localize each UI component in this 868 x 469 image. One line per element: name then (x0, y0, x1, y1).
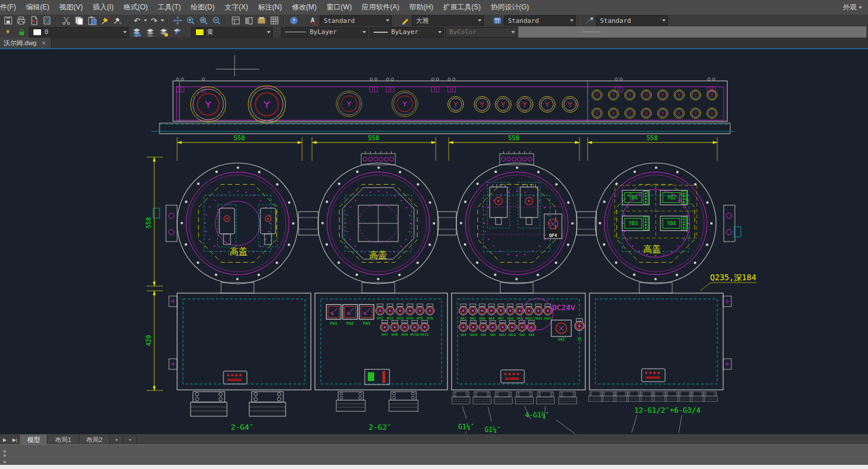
cover-label-2: 高盖 (369, 250, 387, 260)
empty-dock-area (518, 26, 866, 38)
menu-edit[interactable]: 编辑(E) (26, 2, 49, 12)
menu-file[interactable]: 件(F) (0, 2, 16, 12)
dim-text-depth: 420 (145, 335, 152, 346)
menu-draw[interactable]: 绘图(D) (191, 2, 215, 12)
box3-panel: HA3 HA5 HA6 HA4 HA7 HA1 HA2 HA21 HA22 HA… (459, 298, 584, 342)
redo-button[interactable]: ↷ (148, 15, 160, 26)
svg-text:PA3: PA3 (363, 321, 371, 326)
menu-help[interactable]: 帮助(H) (409, 2, 433, 12)
tab-overflow-1[interactable]: ▾ (110, 435, 124, 444)
mleader-style-combo[interactable]: Standard (596, 15, 668, 26)
lineweight-sample (374, 32, 388, 33)
drawing-canvas[interactable]: 558 558 558 558 558 420 高 (0, 49, 868, 434)
svg-text:HA22: HA22 (534, 317, 542, 320)
zoom-realtime-button[interactable] (184, 15, 196, 26)
table-button[interactable] (268, 15, 280, 26)
layer-color-swatch (33, 29, 42, 36)
tab-layout2[interactable]: 布局2 (79, 434, 110, 445)
cover-label-1: 高盖 (230, 246, 247, 257)
tab-layout1[interactable]: 布局1 (48, 434, 79, 445)
command-line[interactable] (0, 444, 868, 465)
layer-combo[interactable]: 0 (29, 27, 129, 38)
linetype-combo[interactable]: ByLayer (281, 27, 368, 38)
svg-text:SA12: SA12 (508, 333, 516, 337)
color-combo[interactable]: 黄 (191, 27, 273, 38)
svg-text:HY8: HY8 (392, 332, 398, 337)
svg-text:HA23: HA23 (544, 317, 551, 320)
menu-modify[interactable]: 修改(M) (292, 2, 317, 12)
last-tab-button[interactable]: ▶| (9, 437, 20, 443)
undo-button[interactable]: ↶ (131, 15, 143, 26)
paste-button[interactable] (86, 15, 98, 26)
match-properties-button[interactable] (111, 15, 124, 26)
gland-label-3a: G1¼″ (458, 423, 474, 431)
layer-lock-icon[interactable] (15, 27, 28, 38)
gland-label-4: 12-G1/2″+6-G3/4 (635, 406, 701, 414)
plot-button[interactable] (15, 15, 27, 26)
print-preview-button[interactable] (40, 15, 53, 26)
zoom-previous-button[interactable] (210, 15, 222, 26)
drawing-area[interactable]: 558 558 558 558 558 420 高 (0, 49, 868, 434)
dim-text-4: 558 (647, 134, 658, 141)
layer-manager-button[interactable] (130, 27, 143, 38)
tab-model[interactable]: 模型 (20, 434, 48, 445)
zoom-window-button[interactable] (197, 15, 209, 26)
save-button[interactable] (2, 15, 14, 26)
dim-text-1: 558 (234, 134, 245, 141)
redo-dropdown[interactable] (161, 19, 164, 22)
svg-text:HA3: HA3 (460, 317, 466, 320)
yb3-label: YB3 (629, 220, 638, 226)
page-setup-button[interactable] (28, 15, 40, 26)
first-tab-button[interactable]: ▶ (0, 437, 9, 443)
lineweight-combo[interactable]: ByLayer (369, 27, 444, 38)
sheet-set-button[interactable] (255, 15, 267, 26)
close-icon[interactable]: ✕ (41, 40, 46, 46)
menu-window[interactable]: 窗口(W) (327, 2, 352, 12)
menu-express[interactable]: 扩展工具(S) (443, 2, 481, 12)
layer-isolate-button[interactable] (171, 27, 183, 38)
layer-states-button[interactable] (144, 27, 156, 38)
appearance-menu[interactable]: 外观 (843, 2, 862, 12)
menu-dimension[interactable]: 标注(N) (258, 2, 282, 12)
svg-text:SA10: SA10 (469, 333, 477, 337)
menu-format[interactable]: 格式(O) (124, 2, 148, 12)
svg-text:HY2: HY2 (387, 316, 394, 320)
menu-view[interactable]: 视图(V) (59, 2, 83, 12)
document-tab[interactable]: 沃尔姆.dwg ✕ (0, 38, 52, 48)
flange-row: 高盖 高盖 QF4 (153, 151, 741, 293)
design-center-button[interactable] (229, 15, 242, 26)
prompt-mark (4, 454, 6, 457)
menu-bar: 件(F) 编辑(E) 视图(V) 插入(I) 格式(O) 工具(T) 绘图(D)… (0, 0, 868, 15)
pan-button[interactable] (171, 15, 184, 26)
dim-style-combo[interactable]: 大雅 (412, 15, 484, 26)
svg-text:HY11: HY11 (421, 332, 429, 337)
prompt-mark (4, 461, 6, 463)
menu-text[interactable]: 文字(X) (225, 2, 248, 12)
menu-tools[interactable]: 工具(T) (158, 2, 181, 12)
layer-on-icon[interactable]: ☀ (2, 27, 14, 38)
text-style-combo[interactable]: Standard (320, 15, 392, 26)
text-style-icon[interactable]: A (307, 15, 319, 26)
help-button[interactable]: ? (287, 15, 300, 26)
gland-label-3b: G1¼″ (484, 426, 501, 434)
cut-button[interactable] (60, 15, 72, 26)
svg-text:?: ? (292, 18, 295, 24)
table-style-combo[interactable]: Standard (504, 15, 576, 26)
format-painter-button[interactable] (99, 15, 111, 26)
copy-button[interactable] (73, 15, 85, 26)
menu-insert[interactable]: 插入(I) (93, 2, 113, 12)
dim-style-icon (399, 15, 411, 26)
menu-collab[interactable]: 协同设计(G) (491, 2, 529, 12)
material-note: Q235,深184 (710, 273, 757, 282)
prompt-mark (4, 450, 6, 453)
menu-apps[interactable]: 应用软件(A) (362, 2, 399, 12)
dim-text-height: 558 (145, 217, 152, 229)
cover-label-4: 高盖 (643, 244, 661, 254)
tab-overflow-2[interactable]: ▾ (124, 435, 137, 444)
svg-text:SA9: SA9 (460, 333, 466, 337)
undo-dropdown[interactable] (144, 19, 147, 22)
svg-text:HA5: HA5 (470, 317, 476, 320)
tool-palettes-button[interactable] (242, 15, 255, 26)
layer-previous-button[interactable] (157, 27, 169, 38)
svg-text:HY4: HY4 (407, 316, 413, 320)
